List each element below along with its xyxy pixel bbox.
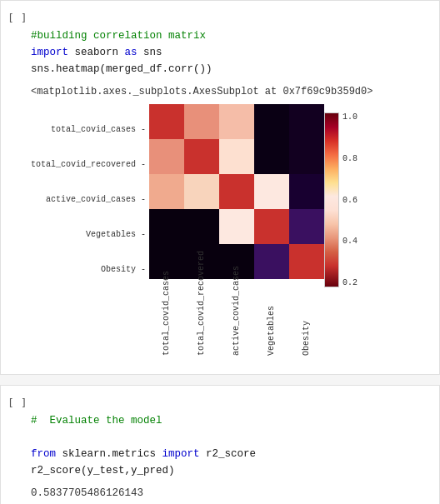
- colorbar: [324, 112, 339, 287]
- colorbar-label-3: 0.4: [342, 237, 358, 246]
- xlabel-4: Obesity: [302, 281, 311, 356]
- colorbar-label-0: 1.0: [342, 112, 358, 122]
- xlabel-2: active_covid_cases: [232, 281, 241, 356]
- cell-2-3: [254, 174, 289, 209]
- output-subplot-text: <matplotlib.axes._subplots.AxesSubplot a…: [31, 84, 432, 99]
- heatmap-main: total_covid_cases total_covid_recovered …: [149, 104, 324, 356]
- cell-4-3: [254, 244, 289, 279]
- colorbar-labels: 1.0 0.8 0.6 0.4 0.2: [342, 112, 358, 287]
- xlabel-wrap-4: Obesity: [289, 281, 324, 356]
- cell-0-2: [219, 104, 254, 139]
- cell-3-1: [184, 209, 219, 244]
- cell-2-2: [219, 174, 254, 209]
- xlabel-wrap-2: active_covid_cases: [219, 281, 254, 356]
- cell-3-0: [149, 209, 184, 244]
- cell-1-4: [289, 139, 324, 174]
- cell-4-4: [289, 244, 324, 279]
- r2-score-result: 0.5837705486126143: [31, 486, 432, 501]
- ylabel-1: total_covid_recovered -: [31, 159, 146, 171]
- xlabel-0: total_covid_cases: [162, 281, 171, 356]
- cell-2-1: [184, 174, 219, 209]
- ylabel-2: active_covid_cases -: [31, 194, 146, 206]
- ylabel-4: Obesity -: [31, 264, 146, 276]
- xlabel-3: Vegetables: [268, 281, 276, 356]
- cell-separator: [0, 375, 440, 385]
- heatmap-grid: [149, 104, 324, 279]
- heatmap-container: total_covid_cases - total_covid_recovere…: [31, 104, 432, 356]
- heatmap-xaxis: total_covid_cases total_covid_recovered …: [149, 281, 324, 356]
- cell-2-bracket: [ ]: [8, 396, 31, 409]
- colorbar-label-2: 0.6: [342, 196, 358, 205]
- ylabel-3: Vegetables -: [31, 229, 146, 241]
- cell-1-2: [219, 139, 254, 174]
- cell-1-0: [149, 139, 184, 174]
- cell-1-output: <matplotlib.axes._subplots.AxesSubplot a…: [1, 81, 439, 367]
- cell-3-4: [289, 209, 324, 244]
- colorbar-label-4: 0.2: [342, 278, 358, 287]
- cell-0-0: [149, 104, 184, 139]
- cell-2-input: [ ] # Evaluate the model from sklearn.me…: [1, 392, 439, 482]
- xlabel-wrap-0: total_covid_cases: [149, 281, 184, 356]
- cell-2-code: # Evaluate the model from sklearn.metric…: [31, 396, 256, 479]
- cell-1: [ ] #building correlation matrix import …: [0, 0, 440, 375]
- cell-1-bracket: [ ]: [8, 11, 31, 24]
- colorbar-label-1: 0.8: [342, 154, 358, 163]
- cell-0-4: [289, 104, 324, 139]
- cell-1-code: #building correlation matrix import seab…: [31, 11, 212, 77]
- cell-3-3: [254, 209, 289, 244]
- xlabel-wrap-1: total_covid_recovered: [184, 281, 219, 356]
- cell-1-3: [254, 139, 289, 174]
- cell-0-3: [254, 104, 289, 139]
- cell-2-0: [149, 174, 184, 209]
- heatmap-yaxis: total_covid_cases - total_covid_recovere…: [31, 112, 149, 287]
- cell-2-output: 0.5837705486126143: [1, 482, 439, 502]
- cell-1-1: [184, 139, 219, 174]
- ylabel-0: total_covid_cases -: [31, 124, 146, 136]
- cell-0-1: [184, 104, 219, 139]
- xlabel-wrap-3: Vegetables: [254, 281, 289, 356]
- cell-3-2: [219, 209, 254, 244]
- cell-1-input: [ ] #building correlation matrix import …: [1, 7, 439, 81]
- cell-2: [ ] # Evaluate the model from sklearn.me…: [0, 385, 440, 504]
- cell-2-4: [289, 174, 324, 209]
- colorbar-wrap: 1.0 0.8 0.6 0.4 0.2: [324, 112, 358, 287]
- xlabel-1: total_covid_recovered: [198, 281, 206, 356]
